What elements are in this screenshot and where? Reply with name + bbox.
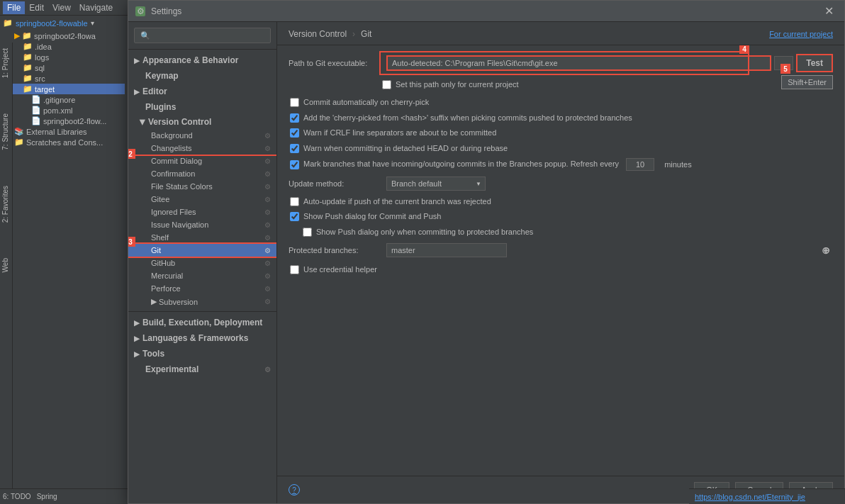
nav-label-keymap: Keymap	[145, 71, 179, 81]
settings-nav-panel: ▶ Appearance & Behavior Keymap ▶ Editor …	[128, 22, 277, 503]
nav-subitem-label-confirmation: Confirmation	[151, 169, 195, 178]
status-link[interactable]: https://blog.csdn.net/Eternity_jie	[695, 493, 805, 501]
nav-divider	[128, 311, 276, 312]
checkbox-label-6: Auto-update if push of the current branc…	[303, 196, 491, 207]
nav-icon-background: ⚙	[264, 132, 271, 140]
nav-subitem-label-gitee: Gitee	[151, 195, 169, 203]
side-tab-favorites[interactable]: 2: Favorites	[0, 183, 12, 225]
tree-item[interactable]: 📁sql	[3, 62, 125, 73]
menu-navigate[interactable]: Navigate	[75, 1, 117, 14]
annotation-2: 2	[128, 149, 135, 159]
nav-subitem-changelists[interactable]: Changelists ⚙	[128, 142, 276, 155]
checkbox-mark-branches[interactable]	[290, 160, 299, 169]
side-tab-project[interactable]: 1: Project	[0, 45, 12, 81]
checkbox-cherry-picked-suffix[interactable]	[290, 113, 299, 123]
tree-item[interactable]: 📄pom.xml	[3, 105, 125, 116]
set-path-checkbox[interactable]	[382, 80, 391, 89]
nav-subitem-perforce[interactable]: Perforce ⚙	[128, 282, 276, 295]
git-exe-input-group: ... Test	[386, 54, 833, 72]
nav-icon-issue-nav: ⚙	[264, 221, 271, 229]
settings-icon: ⚙	[135, 6, 145, 16]
nav-label-editor: Editor	[142, 86, 167, 96]
checkbox-label-3: Warn if CRLF line separators are about t…	[303, 128, 496, 138]
nav-icon-experimental: ⚙	[264, 366, 271, 374]
side-tabs-panel: 1: Project 7: Structure 2: Favorites Web	[0, 43, 13, 503]
nav-section-keymap[interactable]: Keymap	[128, 68, 276, 84]
nav-section-experimental[interactable]: Experimental ⚙	[128, 362, 276, 377]
nav-subitem-github[interactable]: GitHub ⚙	[128, 257, 276, 269]
nav-subitem-file-status[interactable]: File Status Colors ⚙	[128, 180, 276, 193]
nav-subitem-subversion[interactable]: ▶ Subversion ⚙	[128, 295, 276, 308]
tree-item[interactable]: 📄.gitignore	[3, 94, 125, 105]
nav-subitem-mercurial[interactable]: Mercurial ⚙	[128, 269, 276, 282]
settings-search-input[interactable]	[134, 28, 271, 43]
protected-expand-icon[interactable]: ⊕	[822, 245, 830, 256]
checkbox-row-1: Commit automatically on cherry-pick	[289, 97, 833, 108]
update-method-select[interactable]: Branch default Merge Rebase	[386, 177, 486, 191]
checkbox-warn-detached[interactable]	[290, 144, 299, 153]
side-tab-web[interactable]: Web	[0, 255, 12, 275]
nav-subitem-ignored[interactable]: Ignored Files ⚙	[128, 206, 276, 218]
nav-arrow-appearance: ▶	[134, 57, 140, 65]
checkbox-show-push-only[interactable]	[303, 228, 312, 237]
ide-bottombar: 6: TODO Spring	[0, 488, 128, 504]
checkbox-auto-update[interactable]	[290, 197, 299, 206]
git-exe-label: Path to Git executable:	[289, 59, 381, 67]
nav-arrow-vc: ▶	[139, 119, 147, 125]
checkbox-warn-crlf[interactable]	[290, 128, 299, 138]
menu-edit[interactable]: Edit	[25, 1, 48, 14]
side-tab-structure[interactable]: 7: Structure	[0, 111, 12, 153]
refresh-minutes-input[interactable]	[626, 158, 654, 171]
protected-branches-input[interactable]	[386, 243, 507, 257]
nav-subitem-commit-dialog[interactable]: Commit Dialog ⚙	[128, 155, 276, 167]
bottom-tab-spring[interactable]: Spring	[37, 493, 57, 500]
checkbox-label-5: Mark branches that have incoming/outgoin…	[303, 159, 619, 169]
tree-item-target[interactable]: 📁target	[3, 84, 125, 94]
tree-item[interactable]: 📚External Libraries	[3, 126, 125, 137]
checkbox-show-push[interactable]	[290, 212, 299, 221]
git-test-button[interactable]: Test	[796, 54, 833, 72]
menu-view[interactable]: View	[48, 1, 75, 14]
nav-arrow-tools: ▶	[134, 350, 140, 358]
tree-item[interactable]: 📁logs	[3, 52, 125, 62]
nav-subitem-shelf[interactable]: Shelf ⚙	[128, 231, 276, 244]
tree-item[interactable]: 📁.idea	[3, 41, 125, 52]
update-method-row: Update method: Branch default Merge Reba…	[289, 177, 833, 191]
checkbox-credential-helper[interactable]	[290, 265, 299, 274]
project-link[interactable]: For current project	[769, 30, 833, 38]
nav-icon-ignored: ⚙	[264, 208, 271, 216]
project-header: 📁 springboot2-flowable ▾	[0, 16, 128, 28]
nav-subitem-issue-nav[interactable]: Issue Navigation ⚙	[128, 218, 276, 231]
nav-arrow-build: ▶	[134, 319, 140, 327]
checkbox-label-7: Show Push dialog for Commit and Push	[303, 211, 441, 222]
nav-section-build[interactable]: ▶ Build, Execution, Deployment	[128, 315, 276, 330]
tree-item[interactable]: 📄springboot2-flow...	[3, 116, 125, 126]
nav-subitem-git[interactable]: Git ⚙	[128, 244, 276, 257]
nav-section-plugins[interactable]: Plugins	[128, 99, 276, 115]
tree-item[interactable]: 📁Scratches and Cons...	[3, 137, 125, 147]
protected-branches-row: Protected branches: ⊕	[289, 243, 833, 257]
nav-subitem-background[interactable]: Background ⚙	[128, 129, 276, 142]
tree-item[interactable]: 📁src	[3, 73, 125, 84]
nav-section-version-control[interactable]: ▶ Version Control	[128, 115, 276, 129]
breadcrumb-sep: ›	[352, 29, 355, 39]
checkbox-commit-cherry-pick[interactable]	[290, 98, 299, 107]
bottom-tab-todo[interactable]: 6: TODO	[3, 493, 31, 500]
git-exe-input[interactable]	[386, 55, 771, 71]
nav-section-editor[interactable]: ▶ Editor	[128, 84, 276, 99]
settings-close-button[interactable]: ✕	[820, 3, 837, 20]
help-link[interactable]: ?	[289, 484, 300, 495]
nav-section-appearance[interactable]: ▶ Appearance & Behavior	[128, 52, 276, 68]
menu-file[interactable]: File	[3, 1, 25, 14]
checkbox-row-4: Warn when committing in detached HEAD or…	[289, 143, 833, 154]
nav-subitem-confirmation[interactable]: Confirmation ⚙	[128, 167, 276, 180]
nav-subitem-label-ignored: Ignored Files	[151, 208, 196, 216]
nav-section-tools[interactable]: ▶ Tools	[128, 346, 276, 362]
nav-icon-file-status: ⚙	[264, 183, 271, 191]
update-method-label: Update method:	[289, 179, 381, 188]
nav-subitem-gitee[interactable]: Gitee ⚙	[128, 193, 276, 206]
tree-item[interactable]: ▶ 📁springboot2-flowa	[3, 30, 125, 41]
nav-arrow-languages: ▶	[134, 335, 140, 342]
nav-section-languages[interactable]: ▶ Languages & Frameworks	[128, 330, 276, 346]
nav-label-appearance: Appearance & Behavior	[142, 55, 238, 65]
